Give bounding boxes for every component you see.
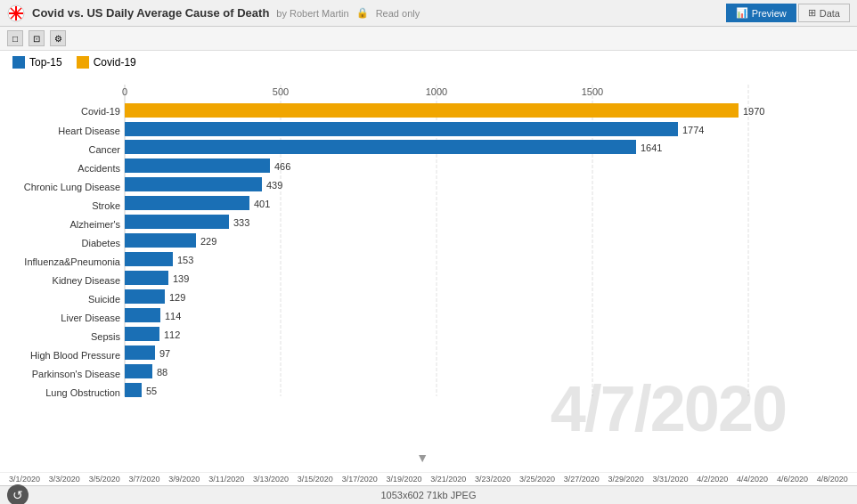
svg-rect-60 [125,383,142,397]
svg-text:Cancer: Cancer [89,144,121,155]
svg-text:Lung Obstruction: Lung Obstruction [45,387,120,398]
svg-rect-54 [125,345,155,360]
chart-legend: Top-15 Covid-19 [9,56,848,69]
svg-rect-36 [125,233,196,248]
svg-text:0: 0 [122,86,127,97]
tl-17: 4/2/2020 [697,475,728,484]
chart-title: Covid vs. US Daily Average Cause of Deat… [32,6,269,20]
replay-icon: ↺ [12,488,23,502]
replay-button[interactable]: ↺ [7,484,29,504]
svg-text:129: 129 [169,292,185,303]
tl-12: 3/23/2020 [475,475,510,484]
legend-top15-label: Top-15 [29,56,62,69]
tl-18: 4/4/2020 [737,475,768,484]
svg-text:333: 333 [233,217,249,228]
svg-text:112: 112 [164,329,180,340]
svg-text:88: 88 [157,367,167,378]
svg-text:Influenza&Pneumonia: Influenza&Pneumonia [24,256,121,267]
svg-rect-18 [125,122,678,136]
legend-covid: Covid-19 [77,56,136,69]
svg-text:114: 114 [165,311,181,321]
toolbar-button-3[interactable]: ⚙ [50,30,66,46]
svg-text:Suicide: Suicide [88,294,120,305]
tl-15: 3/29/2020 [608,475,644,484]
tl-8: 3/15/2020 [298,475,333,484]
timeline: 3/1/2020 3/3/2020 3/5/2020 3/7/2020 3/9/… [0,472,857,485]
svg-rect-24 [125,159,270,173]
chart-author: by Robert Martin [276,8,348,19]
svg-text:229: 229 [200,236,216,247]
svg-text:139: 139 [173,273,189,284]
tl-10: 3/19/2020 [386,475,421,484]
svg-text:153: 153 [177,255,193,265]
legend-top15-color [12,56,25,69]
svg-text:1000: 1000 [426,86,447,97]
tl-4: 3/7/2020 [128,475,159,484]
data-button[interactable]: ⊞ Data [798,4,850,22]
svg-text:97: 97 [159,348,170,359]
bar-chart: 0 500 1000 1500 Covid-19 1970 Heart Dise… [9,76,820,423]
timeline-labels: 3/1/2020 3/3/2020 3/5/2020 3/7/2020 3/9/… [9,475,848,484]
chart-icon: 📊 [736,7,748,19]
svg-text:466: 466 [274,161,290,172]
legend-covid-label: Covid-19 [94,56,136,69]
toolbar-button-2[interactable]: ⊡ [29,30,45,46]
readonly-icon: 🔒 [356,7,369,19]
svg-rect-27 [125,177,262,191]
svg-text:1774: 1774 [682,125,704,135]
svg-rect-57 [125,364,152,378]
tl-3: 3/5/2020 [89,475,120,484]
chart-area: Top-15 Covid-19 0 500 1000 1500 [0,51,857,472]
svg-rect-42 [125,271,168,285]
svg-text:Parkinson's Disease: Parkinson's Disease [32,369,120,379]
svg-text:1500: 1500 [582,86,603,97]
legend-top15: Top-15 [12,56,62,69]
svg-text:55: 55 [146,386,157,396]
title-bar: Covid vs. US Daily Average Cause of Deat… [0,0,857,27]
readonly-label: Read only [376,8,420,19]
svg-rect-45 [125,289,165,304]
svg-text:Heart Disease: Heart Disease [58,126,120,136]
preview-button[interactable]: 📊 Preview [726,4,796,22]
svg-text:Sepsis: Sepsis [91,331,121,342]
tl-1: 3/1/2020 [9,475,40,484]
svg-text:Alzheimer's: Alzheimer's [69,219,120,230]
svg-rect-39 [125,252,173,266]
svg-text:401: 401 [254,199,270,209]
tl-7: 3/13/2020 [253,475,289,484]
tl-13: 3/25/2020 [519,475,555,484]
svg-text:Chronic Lung Disease: Chronic Lung Disease [24,182,120,192]
tl-19: 4/6/2020 [777,475,808,484]
svg-text:Covid-19: Covid-19 [81,106,120,117]
svg-text:Diabetes: Diabetes [82,238,121,248]
file-size-label: 1053x602 71kb JPEG [380,490,476,500]
tl-2: 3/3/2020 [49,475,80,484]
toolbar: □ ⊡ ⚙ [0,27,857,51]
tl-14: 3/27/2020 [564,475,600,484]
toolbar-button-1[interactable]: □ [7,30,23,46]
tl-11: 3/21/2020 [430,475,466,484]
view-buttons: 📊 Preview ⊞ Data [726,4,850,22]
svg-text:Liver Disease: Liver Disease [61,313,120,323]
bottom-bar: ↺ 1053x602 71kb JPEG [0,485,857,504]
tl-6: 3/11/2020 [208,475,244,484]
main-content: Covid vs. US Daily Average Cause of Deat… [0,0,857,504]
svg-rect-48 [125,308,160,322]
svg-rect-30 [125,196,249,210]
svg-rect-51 [125,327,159,341]
svg-text:Accidents: Accidents [78,163,120,174]
tl-5: 3/9/2020 [168,475,200,484]
tl-20: 4/8/2020 [817,475,848,484]
app-logo-icon [7,4,25,22]
svg-text:1641: 1641 [641,142,662,153]
tl-16: 3/31/2020 [652,475,688,484]
svg-text:Stroke: Stroke [92,200,120,211]
svg-rect-33 [125,215,229,229]
tl-9: 3/17/2020 [342,475,378,484]
scroll-indicator: ▼ [416,451,428,465]
svg-text:439: 439 [266,180,282,191]
legend-covid-color [77,56,89,69]
table-icon: ⊞ [808,7,816,19]
svg-text:High Blood Pressure: High Blood Pressure [30,350,120,361]
svg-rect-21 [125,140,636,154]
